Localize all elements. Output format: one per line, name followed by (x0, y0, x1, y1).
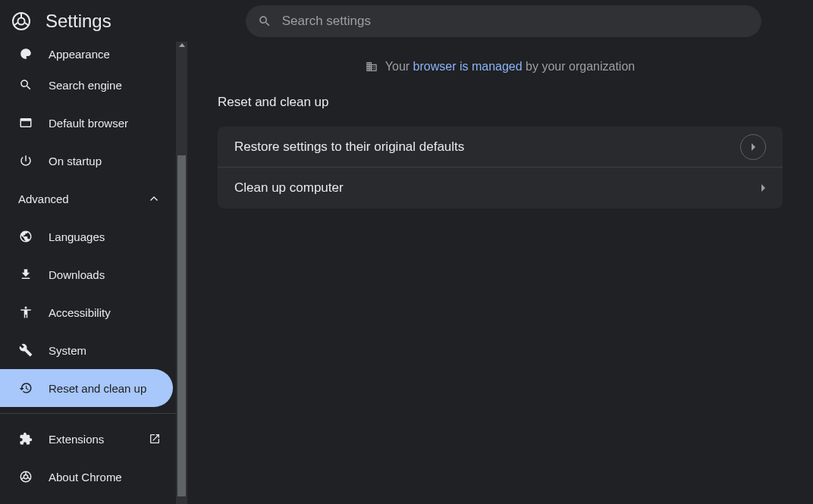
sidebar-item-label: Languages (49, 230, 105, 243)
wrench-icon (18, 343, 33, 358)
search-input[interactable] (246, 5, 761, 37)
sidebar-item-label: Default browser (49, 117, 128, 130)
managed-link[interactable]: browser is managed (413, 60, 523, 73)
section-title: Reset and clean up (218, 95, 783, 110)
sidebar-item-default-browser[interactable]: Default browser (0, 104, 176, 142)
sidebar-item-reset[interactable]: Reset and clean up (0, 369, 173, 407)
sidebar-item-label: About Chrome (49, 471, 122, 484)
building-icon (366, 61, 378, 73)
sidebar-item-appearance[interactable]: Appearance (0, 42, 176, 66)
svg-point-1 (18, 17, 25, 24)
arrow-circle-icon (740, 134, 766, 160)
download-icon (18, 267, 33, 282)
extension-icon (18, 431, 33, 446)
restore-icon (18, 380, 33, 396)
sidebar-item-label: On startup (49, 155, 102, 167)
svg-point-3 (24, 474, 27, 478)
chrome-icon (18, 469, 33, 484)
sidebar-item-languages[interactable]: Languages (0, 218, 176, 255)
search-container (246, 5, 761, 37)
sidebar-item-label: Accessibility (49, 306, 111, 319)
restore-defaults-row[interactable]: Restore settings to their original defau… (218, 127, 783, 167)
arrow-right-icon (760, 184, 766, 192)
sidebar-item-accessibility[interactable]: Accessibility (0, 293, 176, 331)
settings-card: Restore settings to their original defau… (218, 127, 783, 208)
managed-notice: Your browser is managed by your organiza… (218, 60, 783, 74)
globe-icon (18, 229, 33, 244)
sidebar-item-label: System (49, 344, 86, 357)
sidebar-item-label: Appearance (49, 48, 110, 61)
sidebar-item-extensions[interactable]: Extensions (0, 420, 176, 458)
palette-icon (18, 46, 33, 61)
power-icon (18, 153, 33, 168)
page-title: Settings (46, 11, 111, 32)
scrollbar-thumb[interactable] (177, 155, 186, 496)
accessibility-icon (18, 305, 33, 320)
sidebar-item-label: Search engine (49, 79, 122, 92)
header: Settings (0, 0, 813, 42)
chevron-up-icon (150, 196, 158, 201)
advanced-toggle[interactable]: Advanced (0, 180, 176, 218)
sidebar-item-downloads[interactable]: Downloads (0, 255, 176, 293)
row-label: Restore settings to their original defau… (234, 139, 464, 155)
managed-suffix: by your organization (526, 60, 635, 73)
sidebar-item-system[interactable]: System (0, 331, 176, 369)
scroll-up-arrow-icon[interactable] (179, 43, 185, 47)
search-icon (18, 77, 33, 92)
divider (0, 413, 176, 414)
chrome-logo-icon (12, 12, 30, 30)
external-link-icon (149, 433, 161, 445)
sidebar-item-label: Downloads (49, 268, 105, 281)
sidebar-item-label: Extensions (49, 433, 104, 446)
search-icon (258, 14, 272, 28)
sidebar: Appearance Search engine Default browser… (0, 42, 187, 504)
browser-icon (18, 115, 33, 130)
advanced-label: Advanced (18, 193, 69, 205)
sidebar-item-on-startup[interactable]: On startup (0, 142, 176, 180)
scrollbar-track[interactable] (176, 42, 187, 504)
clean-up-computer-row[interactable]: Clean up computer (218, 167, 783, 208)
content-area: Your browser is managed by your organiza… (187, 42, 813, 504)
sidebar-item-about-chrome[interactable]: About Chrome (0, 458, 176, 496)
sidebar-item-search-engine[interactable]: Search engine (0, 66, 176, 104)
row-label: Clean up computer (234, 180, 344, 196)
sidebar-item-label: Reset and clean up (49, 382, 146, 395)
managed-prefix: Your (385, 60, 410, 73)
